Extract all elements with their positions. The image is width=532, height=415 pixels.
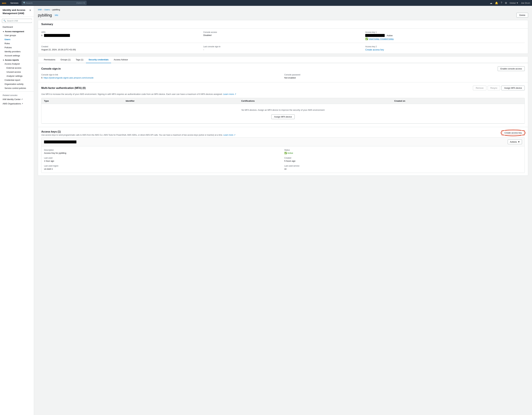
summary-card-header: Summary [38,20,528,28]
bell-icon[interactable]: 🔔 [495,1,498,5]
info-badge[interactable]: Info [54,14,59,17]
iam-search-input[interactable] [7,19,34,22]
signin-link-value: ⎘ https://joedrumgoole.signin.aws.amazon… [41,76,282,79]
breadcrumb-current: pybilling [52,9,60,11]
delete-button[interactable]: Delete [516,13,528,18]
sidebar-item-aws-organizations[interactable]: AWS Organizations ↗ [0,102,34,106]
user-menu[interactable]: Joe Drum [521,2,530,4]
key-details-grid: Description Access Key for pybilling Sta… [41,146,524,173]
remove-mfa-button[interactable]: Remove [473,86,486,90]
summary-access-key1: Access key 1 - Active ✅ Used today. Crea… [365,31,525,40]
access-key1-label: Access key 1 [365,31,525,33]
chevron-down-icon: ▼ [3,31,4,33]
sidebar-item-credential-report[interactable]: Credential report [0,78,34,82]
tab-tags[interactable]: Tags (1) [73,57,86,63]
tab-groups[interactable]: Groups (1) [58,57,73,63]
arn-redacted [44,34,70,37]
sidebar-section-access-management[interactable]: ▼ Access management [0,29,34,33]
key-id-redacted [44,141,76,143]
resync-mfa-button[interactable]: Resync [488,86,500,90]
tab-permissions[interactable]: Permissions [41,57,58,63]
settings-icon[interactable]: ⚙ [505,1,507,5]
access-keys-section: Access keys (1) Use access keys to send … [38,127,528,173]
used-today-link[interactable]: Used today. Created today. [369,38,394,40]
sidebar-item-policies[interactable]: Policies [0,46,34,49]
breadcrumb-iam[interactable]: IAM [38,9,42,11]
sidebar-item-unused-access[interactable]: Unused access [0,70,34,74]
create-access-key-button[interactable]: Create access key [502,130,525,135]
mfa-col-type: Type [41,98,123,104]
nav-right: ☁ 🔔 ? ⚙ Global ▼ Joe Drum [490,1,530,5]
help-icon[interactable]: ? [501,1,502,4]
link-icon: ⎘ [41,76,43,79]
sidebar-header: Identity and Access Management (IAM) ✕ [0,9,34,17]
console-signin-title: Console sign-in [41,67,61,70]
key-last-used-value: 1 hour ago [44,160,282,162]
chevron-down-icon-2: ▼ [3,59,4,61]
key-last-used-service-value: ce [284,168,522,170]
created-label: Created [41,46,201,48]
sidebar-item-iam-identity-center[interactable]: IAM Identity Center ↗ [0,97,34,102]
summary-grid: ARN ⎘ Console access Disabled Access key… [38,28,528,43]
sidebar-item-analyzer-settings[interactable]: Analyzer settings [0,74,34,78]
mfa-header: Multi-factor authentication (MFA) (0) Re… [41,86,525,90]
region-selector[interactable]: Global ▼ [510,2,518,4]
tab-access-advisor[interactable]: Access Advisor [111,57,131,63]
sidebar-item-account-settings[interactable]: Account settings [0,54,34,58]
key1-status: - Active [386,34,393,37]
key-status-label: Status [284,149,522,151]
enable-console-access-button[interactable]: Enable console access [498,66,525,71]
key-row-header: Actions ▼ [41,138,524,146]
global-search[interactable]: 🔍 [Option+S] [22,1,86,5]
console-access-value: Disabled [203,34,363,37]
breadcrumb-sep-2: › [51,9,51,11]
key-status-field: Status ✅ Active [284,149,522,154]
key-description-label: Description [44,149,282,151]
sidebar-item-access-analyzer[interactable]: Access Analyzer [0,62,34,66]
tab-security-credentials[interactable]: Security credentials [86,57,111,63]
sidebar-item-organization-activity[interactable]: Organization activity [0,82,34,86]
sidebar-item-identity-providers[interactable]: Identity providers [0,49,34,54]
summary-card: Summary ARN ⎘ Console access Disabled [38,20,528,54]
assign-mfa-button-empty[interactable]: Assign MFA device [271,114,295,119]
cloud-icon[interactable]: ☁ [490,1,492,5]
sidebar: Identity and Access Management (IAM) ✕ 🔍… [0,6,34,415]
page-header: pybilling Info Delete [38,13,528,18]
search-icon: 🔍 [23,2,26,4]
mfa-col-created: Created on [392,98,524,104]
mfa-learn-more-link[interactable]: Learn more ↗ [223,93,236,95]
external-link-icon-mfa: ↗ [234,93,236,95]
actions-button[interactable]: Actions ▼ [508,140,522,144]
external-link-icon-keys: ↗ [234,134,235,136]
assign-mfa-button[interactable]: Assign MFA device [501,86,525,90]
password-value: Not enabled [284,76,525,79]
sidebar-item-users[interactable]: Users [0,38,34,41]
access-keys-title: Access keys (1) [41,130,235,133]
sidebar-close-button[interactable]: ✕ [29,9,31,12]
mfa-title: Multi-factor authentication (MFA) (0) [41,87,86,90]
mfa-empty-state: No MFA devices. Assign an MFA device to … [44,105,522,114]
create-access-key-link[interactable]: Create access key [365,48,384,51]
iam-search-box[interactable]: 🔍 [2,19,32,23]
breadcrumb-sep-1: › [43,9,43,11]
access-key1-value: - Active [365,34,525,37]
console-signin-header: Console sign-in Enable console access [41,66,525,71]
sidebar-item-roles[interactable]: Roles [0,41,34,46]
access-management-label: Access management [5,30,24,33]
aws-logo[interactable]: aws [2,1,7,5]
sidebar-item-user-groups[interactable]: User groups [0,33,34,38]
sidebar-section-access-reports[interactable]: ▼ Access reports [0,58,34,62]
sidebar-item-service-control-policies[interactable]: Service control policies [0,86,34,90]
key-last-used-service-field: Last used service ce [284,165,522,170]
sidebar-item-dashboard[interactable]: Dashboard [0,25,34,29]
created-value: August 22, 2024, 10:28 (UTC+01:00) [41,48,201,51]
services-menu[interactable]: Services [9,1,20,5]
copy-icon[interactable]: ⎘ [41,34,42,37]
key-description-value: Access Key for pybilling [44,152,282,154]
global-search-input[interactable] [26,2,76,4]
signin-link-url[interactable]: https://joedrumgoole.signin.aws.amazon.c… [44,76,94,79]
access-keys-header: Access keys (1) Use access keys to send … [38,127,528,137]
sidebar-item-external-access[interactable]: External access [0,66,34,70]
breadcrumb-users[interactable]: Users [44,9,50,11]
access-keys-learn-more[interactable]: Learn more ↗ [223,134,236,136]
